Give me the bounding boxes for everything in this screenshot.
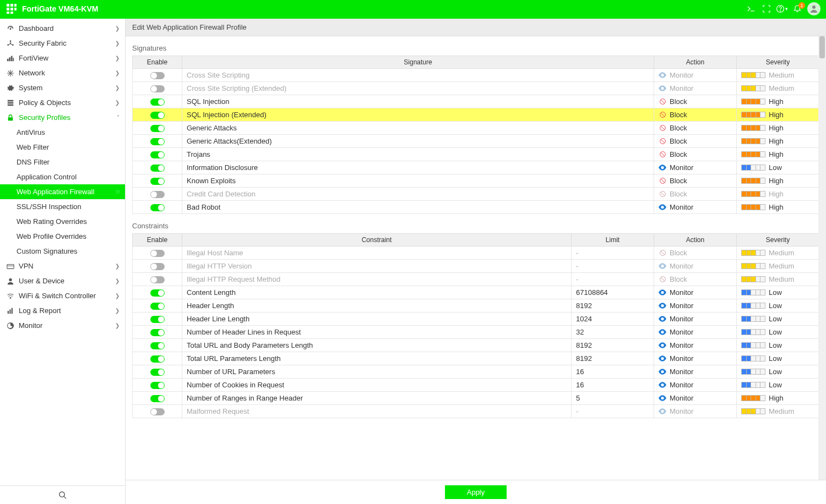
sidebar-item-policy-objects[interactable]: Policy & Objects❯ [0,95,125,110]
sidebar-subitem-application-control[interactable]: Application Control [0,169,125,184]
enable-toggle[interactable] [150,112,165,119]
enable-toggle[interactable] [150,72,165,79]
enable-toggle[interactable] [150,98,165,106]
action-cell[interactable]: Monitor [659,328,732,336]
action-cell[interactable]: Monitor [659,203,732,211]
cli-icon[interactable] [743,0,759,18]
sidebar-subitem-antivirus[interactable]: AntiVirus [0,125,125,140]
sidebar-item-dashboard[interactable]: Dashboard❯ [0,21,125,36]
table-row[interactable]: Header Line Length1024MonitorLow [133,313,819,326]
action-cell[interactable]: Block [659,137,732,145]
action-cell[interactable]: Monitor [659,394,732,402]
action-cell[interactable]: Monitor [659,163,732,172]
action-cell[interactable]: Block [659,275,732,283]
enable-toggle[interactable] [150,342,165,349]
sidebar-item-monitor[interactable]: Monitor❯ [0,318,125,333]
enable-toggle[interactable] [150,250,165,257]
sidebar-item-security-fabric[interactable]: Security Fabric❯ [0,36,125,51]
enable-toggle[interactable] [150,289,165,297]
apply-button[interactable]: Apply [445,485,507,499]
sidebar-subitem-custom-signatures[interactable]: Custom Signatures [0,244,125,259]
table-row[interactable]: Number of Cookies in Request16MonitorLow [133,379,819,392]
table-row[interactable]: Number of Ranges in Range Header5Monitor… [133,392,819,405]
vertical-scrollbar[interactable] [818,36,826,480]
enable-toggle[interactable] [150,165,165,172]
action-cell[interactable]: Block [659,177,732,185]
table-row[interactable]: Bad RobotMonitorHigh [133,201,819,214]
sidebar-item-security-profiles[interactable]: Security Profiles˅ [0,110,125,125]
table-row[interactable]: Malformed Request-MonitorMedium [133,405,819,418]
table-row[interactable]: Information DisclosureMonitorLow [133,161,819,174]
table-row[interactable]: Number of URL Parameters16MonitorLow [133,365,819,379]
action-cell[interactable]: Monitor [659,315,732,323]
action-cell[interactable]: Monitor [659,71,732,79]
table-row[interactable]: Illegal HTTP Version-MonitorMedium [133,260,819,273]
sidebar-item-log-report[interactable]: Log & Report❯ [0,303,125,318]
enable-toggle[interactable] [150,125,165,132]
enable-toggle[interactable] [150,263,165,270]
enable-toggle[interactable] [150,85,165,92]
action-cell[interactable]: Block [659,111,732,119]
enable-toggle[interactable] [150,408,165,415]
enable-toggle[interactable] [150,382,165,389]
action-cell[interactable]: Monitor [659,407,732,415]
table-row[interactable]: TrojansBlockHigh [133,148,819,161]
action-cell[interactable]: Monitor [659,368,732,376]
action-cell[interactable]: Monitor [659,302,732,310]
action-cell[interactable]: Monitor [659,341,732,349]
sidebar-subitem-dns-filter[interactable]: DNS Filter [0,155,125,169]
sidebar-subitem-web-filter[interactable]: Web Filter [0,140,125,155]
fullscreen-icon[interactable] [759,0,774,18]
action-cell[interactable]: Block [659,150,732,158]
table-row[interactable]: Generic AttacksBlockHigh [133,122,819,135]
enable-toggle[interactable] [150,276,165,283]
enable-toggle[interactable] [150,355,165,363]
sidebar-subitem-web-application-firewall[interactable]: Web Application Firewall☆ [0,184,125,199]
sidebar-search-button[interactable] [0,485,125,504]
sidebar-subitem-web-profile-overrides[interactable]: Web Profile Overrides [0,229,125,244]
enable-toggle[interactable] [150,191,165,198]
table-row[interactable]: Cross Site ScriptingMonitorMedium [133,69,819,82]
favorite-icon[interactable]: ☆ [115,188,121,195]
action-cell[interactable]: Monitor [659,381,732,389]
sidebar-item-network[interactable]: Network❯ [0,65,125,80]
action-cell[interactable]: Block [659,124,732,132]
action-cell[interactable]: Monitor [659,354,732,363]
sidebar-subitem-ssl-ssh-inspection[interactable]: SSL/SSH Inspection [0,199,125,214]
sidebar-item-system[interactable]: System❯ [0,80,125,95]
enable-toggle[interactable] [150,138,165,145]
action-cell[interactable]: Monitor [659,288,732,297]
sidebar-item-user-device[interactable]: User & Device❯ [0,273,125,288]
enable-toggle[interactable] [150,395,165,402]
table-row[interactable]: Header Length8192MonitorLow [133,299,819,313]
action-cell[interactable]: Monitor [659,84,732,92]
table-row[interactable]: Total URL Parameters Length8192MonitorLo… [133,352,819,365]
table-row[interactable]: Illegal Host Name-BlockMedium [133,246,819,260]
sidebar-item-fortiview[interactable]: FortiView❯ [0,51,125,65]
help-icon[interactable]: ▾ [774,0,790,18]
enable-toggle[interactable] [150,329,165,336]
action-cell[interactable]: Block [659,97,732,106]
action-cell[interactable]: Block [659,249,732,257]
table-row[interactable]: Credit Card DetectionBlockHigh [133,188,819,201]
enable-toggle[interactable] [150,151,165,158]
sidebar-item-wifi-switch-controller[interactable]: WiFi & Switch Controller❯ [0,288,125,303]
table-row[interactable]: Known ExploitsBlockHigh [133,174,819,188]
table-row[interactable]: SQL Injection (Extended)BlockHigh [133,108,819,122]
table-row[interactable]: Illegal HTTP Request Method-BlockMedium [133,273,819,286]
table-row[interactable]: Generic Attacks(Extended)BlockHigh [133,135,819,148]
sidebar-item-vpn[interactable]: VPN❯ [0,259,125,273]
action-cell[interactable]: Monitor [659,262,732,270]
enable-toggle[interactable] [150,316,165,323]
table-row[interactable]: Cross Site Scripting (Extended)MonitorMe… [133,82,819,95]
enable-toggle[interactable] [150,303,165,310]
table-row[interactable]: SQL InjectionBlockHigh [133,95,819,108]
table-row[interactable]: Number of Header Lines in Request32Monit… [133,326,819,339]
notifications-icon[interactable]: 1 [790,0,805,18]
enable-toggle[interactable] [150,204,165,211]
table-row[interactable]: Total URL and Body Parameters Length8192… [133,339,819,352]
action-cell[interactable]: Block [659,190,732,198]
user-avatar-icon[interactable] [807,2,820,15]
enable-toggle[interactable] [150,369,165,376]
enable-toggle[interactable] [150,178,165,185]
